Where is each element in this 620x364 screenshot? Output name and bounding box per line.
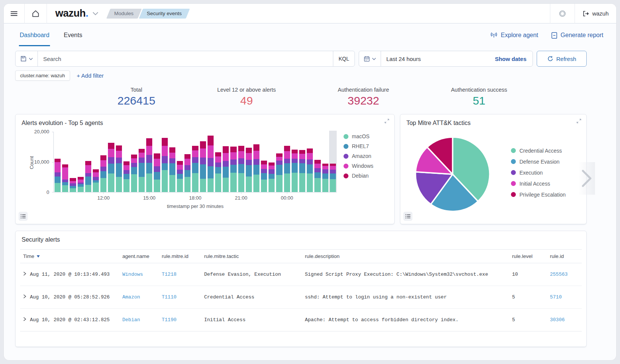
bar-segment [223,146,229,153]
tab-dashboard[interactable]: Dashboard [19,24,50,46]
bar-segment [307,173,313,192]
generate-report-button[interactable]: Generate report [551,32,603,39]
bar-segment [330,166,336,170]
bar-segment [184,165,191,170]
bar-segment [55,183,61,192]
alerts-evolution-chart: Count 20,000 10,000 0 timestamp per 30 m… [53,132,337,192]
show-dates-button[interactable]: Show dates [489,56,533,62]
stacked-bar [146,132,152,192]
bar-segment [139,153,145,158]
expand-panel-icon[interactable] [384,118,390,124]
agent-link[interactable]: Windows [122,272,143,277]
stacked-bar [307,132,313,192]
bar-slot [130,132,138,192]
legend-item[interactable]: Amazon [344,153,388,159]
kql-button[interactable]: KQL [333,51,355,66]
bar-segment [177,174,183,179]
bar-segment [131,174,137,192]
expand-panel-icon[interactable] [576,118,582,124]
legend-label: Windows [352,163,373,169]
bar-segment [223,161,229,167]
rule-id-link[interactable]: 255563 [550,272,568,277]
breadcrumb: Modules Security events [108,9,188,19]
stacked-bar [322,132,328,192]
home-button[interactable] [25,4,47,23]
breadcrumb-security-events[interactable]: Security events [141,9,188,19]
header-right: wazuh [550,4,616,23]
explore-agent-button[interactable]: Explore agent [490,32,538,39]
legend-item[interactable]: macOS [344,133,388,139]
mitre-id-link[interactable]: T1110 [162,294,176,300]
legend-item[interactable]: Privilege Escalation [511,192,575,198]
bar-segment [314,160,320,164]
time-range-value[interactable]: Last 24 hours [381,56,489,62]
sort-desc-icon [37,255,40,258]
bar-slot [69,132,77,192]
bar-segment [253,159,259,165]
legend-item[interactable]: Credential Access [511,148,575,154]
legend-toggle-button[interactable] [403,212,412,221]
column-header-time[interactable]: Time [20,250,119,263]
stacked-bar [70,132,76,192]
chevron-down-icon [372,58,376,60]
bar-segment [154,153,160,159]
brand-menu[interactable]: wazuh. [55,8,98,19]
refresh-button[interactable]: Refresh [537,51,587,67]
legend-dot [511,181,516,186]
menu-button[interactable] [4,4,24,23]
legend-label: Credential Access [519,148,562,154]
stacked-bar [177,132,183,192]
bar-segment [62,182,68,185]
expand-row-icon[interactable] [23,317,26,321]
next-page-chevron[interactable] [578,162,595,195]
filter-chip-cluster-name[interactable]: cluster.name: wazuh [15,70,70,81]
legend-item[interactable]: Execution [511,170,575,176]
legend-item[interactable]: Debian [344,173,388,179]
y-tick-label: 0 [47,189,49,195]
legend-item[interactable]: RHEL7 [344,143,388,149]
bar-slot [54,132,61,192]
bar-segment [200,141,206,148]
bar-segment [292,163,298,173]
add-filter-button[interactable]: + Add filter [77,72,104,79]
expand-row-icon[interactable] [23,272,26,276]
bar-segment [85,177,91,184]
app-frame: wazuh. Modules Security events wazuh [4,4,616,360]
stacked-bar [78,132,84,192]
bar-segment [299,173,305,192]
legend-item[interactable]: Windows [344,163,388,169]
agent-link[interactable]: Debian [122,317,140,323]
legend-toggle-button[interactable] [19,212,28,221]
rule-id-link[interactable]: 5710 [550,294,562,300]
mitre-id-link[interactable]: T1190 [162,317,176,323]
bar-segment [238,158,244,164]
user-menu[interactable]: wazuh [575,10,616,17]
calendar-button[interactable] [359,51,381,66]
stacked-bar [215,132,221,192]
rule-id-link[interactable]: 30306 [550,317,565,323]
bar-segment [146,173,152,192]
bar-segment [223,153,229,161]
legend-item[interactable]: Defense Evasion [511,159,575,165]
bar-segment [208,145,214,158]
table-row: Aug 10, 2020 @ 05:28:52.926 Amazon T1110… [20,286,582,309]
bar-segment [70,178,76,181]
tab-events[interactable]: Events [63,24,83,46]
bar-slot [268,132,275,192]
breadcrumb-modules[interactable]: Modules [108,9,140,19]
bar-segment [261,169,267,173]
bar-segment [177,161,183,165]
bar-segment [238,164,244,173]
bar-slot [253,132,260,192]
bar-segment [100,160,106,167]
search-input[interactable] [38,51,333,66]
bar-segment [123,170,130,174]
x-tick-label: 21:00 [235,195,247,201]
health-status-button[interactable] [550,10,575,17]
expand-row-icon[interactable] [23,294,26,298]
hamburger-icon [11,10,17,17]
legend-item[interactable]: Initial Access [511,181,575,187]
agent-link[interactable]: Amazon [122,294,140,300]
saved-queries-button[interactable] [16,51,38,66]
mitre-id-link[interactable]: T1218 [162,272,176,277]
